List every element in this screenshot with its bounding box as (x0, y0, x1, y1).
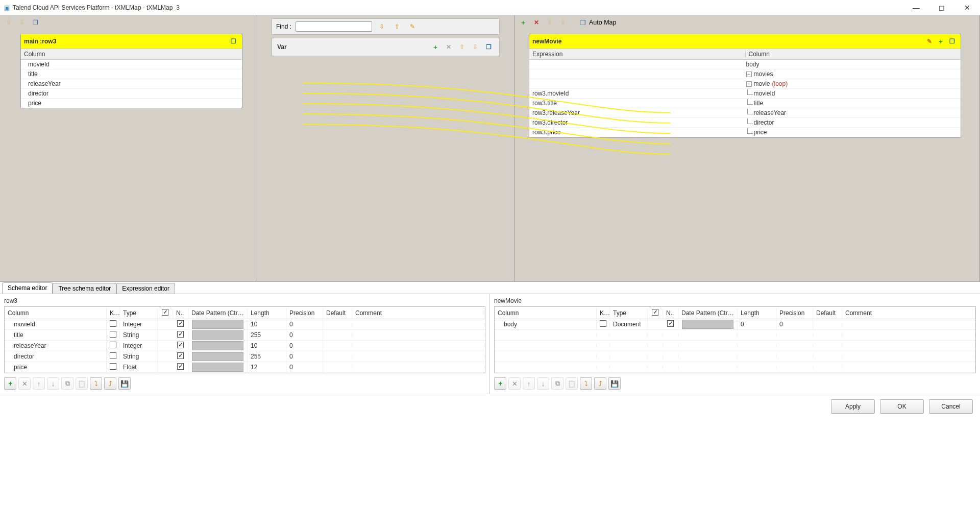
cell-precision[interactable]: 0 (286, 341, 323, 351)
output-expression[interactable] (529, 83, 745, 85)
col-header-date[interactable]: Date Pattern (Ctrl+... (188, 308, 248, 318)
arrow-down-icon[interactable]: ⇩ (16, 17, 28, 28)
col-header-length[interactable]: Length (738, 308, 776, 318)
move-down-button[interactable]: ↓ (47, 377, 59, 390)
cell-length[interactable]: 255 (248, 351, 286, 362)
output-column[interactable]: price (745, 128, 961, 137)
col-header-comment[interactable]: Comment (352, 308, 485, 318)
cell-default[interactable] (813, 323, 842, 326)
cell-column[interactable]: title (5, 330, 107, 340)
output-column[interactable]: releaseYear (745, 108, 961, 117)
wrench-icon[interactable]: ✎ (924, 36, 935, 47)
cell-date[interactable] (678, 318, 738, 331)
col-header-key[interactable]: K... (107, 308, 120, 318)
col-header-default[interactable]: Default (323, 308, 352, 318)
schema-row[interactable]: bodyDocument00 (495, 319, 975, 330)
delete-button[interactable]: ✕ (18, 377, 31, 390)
cell-column[interactable]: movieId (5, 319, 107, 329)
input-row[interactable]: price (21, 99, 242, 108)
cell-column[interactable]: body (495, 319, 597, 329)
cell-type[interactable]: String (120, 330, 158, 340)
cell-comment[interactable] (352, 344, 485, 347)
find-prev-icon[interactable]: ⇧ (391, 21, 403, 32)
delete-button[interactable]: ✕ (508, 377, 521, 390)
cell-n[interactable] (663, 320, 678, 328)
cell-n[interactable] (173, 342, 188, 350)
import-button[interactable]: ⤵ (90, 377, 102, 390)
apply-button[interactable]: Apply (831, 399, 875, 414)
col-header-type[interactable]: Type (120, 308, 158, 318)
cell-column[interactable]: price (5, 362, 107, 372)
auto-map-button[interactable]: ❐ Auto Map (580, 19, 617, 27)
add-icon[interactable]: ＋ (935, 36, 946, 47)
copy-button[interactable]: ⧉ (61, 377, 74, 390)
paste-button[interactable]: 📋 (76, 377, 88, 390)
minimize-button[interactable]: — (908, 4, 925, 12)
col-header-precision[interactable]: Precision (776, 308, 813, 318)
save-button[interactable]: 💾 (608, 377, 621, 390)
cell-default[interactable] (323, 355, 352, 358)
cell-key[interactable] (107, 363, 120, 371)
col-header-precision[interactable]: Precision (286, 308, 323, 318)
restore-icon[interactable]: ❐ (30, 17, 41, 28)
copy-button[interactable]: ⧉ (551, 377, 564, 390)
input-row[interactable]: title (21, 69, 242, 79)
cell-length[interactable]: 255 (248, 330, 286, 340)
arrow-up-icon[interactable]: ⇧ (3, 17, 14, 28)
col-header-column[interactable]: Column (5, 308, 107, 318)
output-expression[interactable] (529, 73, 745, 75)
close-button[interactable]: ✕ (959, 4, 976, 12)
arrow-down-icon[interactable]: ⇩ (470, 41, 481, 53)
highlight-icon[interactable]: ✎ (407, 21, 418, 32)
cell-n[interactable] (173, 331, 188, 339)
col-header-default[interactable]: Default (813, 308, 842, 318)
schema-row[interactable]: priceFloat120 (5, 362, 485, 373)
delete-icon[interactable]: ✕ (531, 17, 542, 28)
output-expression[interactable]: row3.movieId (529, 89, 745, 98)
ok-button[interactable]: OK (880, 399, 924, 414)
cell-length[interactable]: 12 (248, 362, 286, 372)
find-next-icon[interactable]: ⇩ (376, 21, 387, 32)
input-row[interactable]: movieId (21, 60, 242, 69)
output-row[interactable]: row3.releaseYearreleaseYear (529, 108, 961, 118)
col-header-date[interactable]: Date Pattern (Ctrl+... (678, 308, 738, 318)
output-expression[interactable] (529, 63, 745, 65)
cell-comment[interactable] (352, 366, 485, 369)
col-header-selectall[interactable] (648, 309, 663, 317)
col-header-nullable[interactable]: N.. (173, 308, 188, 318)
find-input[interactable] (296, 21, 372, 32)
cell-date[interactable] (188, 361, 248, 374)
tab-expression-editor[interactable]: Expression editor (116, 283, 175, 294)
cell-type[interactable]: Float (120, 362, 158, 372)
output-expression[interactable]: row3.director (529, 118, 745, 127)
cell-precision[interactable]: 0 (286, 319, 323, 329)
output-column[interactable]: movieId (745, 89, 961, 98)
col-header-nullable[interactable]: N.. (663, 308, 678, 318)
col-header-key[interactable]: K... (597, 308, 610, 318)
cell-comment[interactable] (352, 323, 485, 326)
restore-icon[interactable]: ❐ (946, 36, 958, 47)
add-icon[interactable]: ＋ (430, 41, 441, 53)
output-column[interactable]: director (745, 118, 961, 127)
col-header-column[interactable]: Column (495, 308, 597, 318)
cell-key[interactable] (107, 331, 120, 339)
cell-length[interactable]: 0 (738, 319, 776, 329)
cell-precision[interactable]: 0 (286, 362, 323, 372)
arrow-down-icon[interactable]: ⇩ (557, 17, 569, 28)
add-button[interactable]: ＋ (494, 377, 506, 390)
restore-icon[interactable]: ❐ (228, 36, 239, 47)
input-row[interactable]: releaseYear (21, 79, 242, 89)
restore-icon[interactable]: ❐ (483, 41, 494, 53)
col-header-type[interactable]: Type (610, 308, 648, 318)
input-row[interactable]: director (21, 89, 242, 99)
cell-key[interactable] (597, 320, 610, 328)
output-row[interactable]: row3.priceprice (529, 128, 961, 137)
output-expression[interactable]: row3.price (529, 128, 745, 137)
export-button[interactable]: ⤴ (104, 377, 116, 390)
arrow-up-icon[interactable]: ⇧ (544, 17, 555, 28)
cell-precision[interactable]: 0 (776, 319, 813, 329)
col-header-length[interactable]: Length (248, 308, 286, 318)
output-row[interactable]: row3.directordirector (529, 118, 961, 128)
cell-column[interactable]: releaseYear (5, 341, 107, 351)
import-button[interactable]: ⤵ (580, 377, 592, 390)
